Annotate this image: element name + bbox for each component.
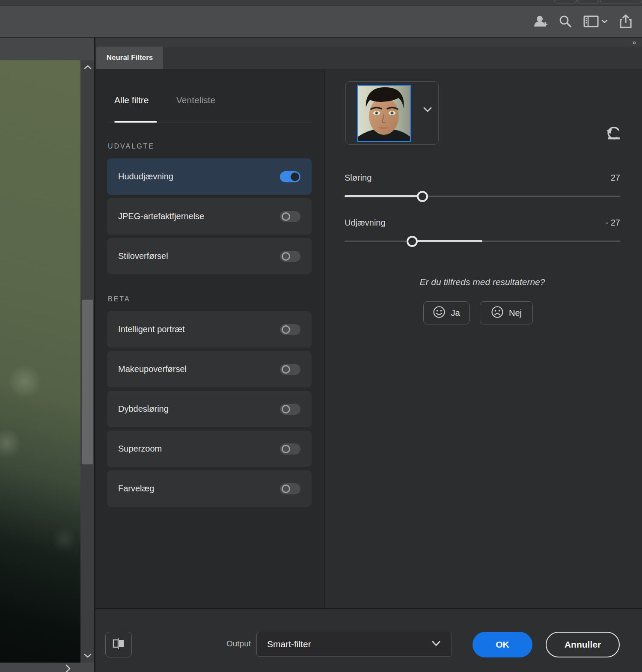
slider-smoothness: Udjævning - 27	[345, 218, 620, 247]
share-icon	[619, 14, 633, 29]
toggle-knob	[282, 405, 290, 413]
slider-knob[interactable]	[407, 236, 418, 247]
slider-label: Sløring	[345, 173, 372, 183]
toggle-knob	[282, 212, 290, 221]
filter-label: Stiloverførsel	[118, 251, 168, 261]
smiley-happy-icon	[433, 306, 446, 321]
scroll-down-icon[interactable]	[80, 652, 95, 660]
before-after-compare-button[interactable]	[105, 632, 132, 657]
workspace-switcher-icon	[583, 15, 599, 27]
filter-label: JPEG-artefaktfjernelse	[118, 211, 204, 221]
document-area-header	[0, 38, 95, 60]
toggle-knob	[282, 252, 290, 261]
search-icon	[559, 15, 572, 28]
toggle-knob	[282, 485, 290, 493]
workspace-switcher-button[interactable]	[583, 15, 608, 27]
filter-row-jpeg-artifacts[interactable]: JPEG-artefaktfjernelse	[107, 198, 312, 235]
toggle-knob	[282, 365, 290, 374]
slider-value: - 27	[606, 218, 620, 228]
portrait-thumbnail[interactable]	[357, 85, 411, 142]
scrollbar-thumb[interactable]	[82, 300, 93, 464]
dialog-tab-strip: »	[95, 38, 642, 47]
toggle-knob	[282, 325, 290, 334]
filter-row-makeup-transfer[interactable]: Makeupoverførsel	[107, 351, 312, 387]
chevron-down-icon	[601, 19, 608, 24]
filter-row-style-transfer[interactable]: Stiloverførsel	[107, 238, 312, 274]
filter-settings-panel: Sløring 27 Udjævning - 27 Er du tilfreds…	[325, 69, 642, 608]
slider-label: Udjævning	[345, 218, 386, 228]
share-button[interactable]	[619, 14, 633, 29]
tab-all-filters[interactable]: Alle filtre	[114, 95, 149, 105]
dialog-tab-row: Neural Filters	[95, 47, 642, 69]
output-dropdown-value: Smart-filter	[267, 639, 431, 649]
feedback-question: Er du tilfreds med resultaterne?	[345, 277, 620, 287]
toggle-makeup-transfer[interactable]	[280, 364, 300, 375]
filter-label: Superzoom	[118, 444, 162, 454]
document-canvas-image	[0, 60, 80, 663]
thumbnail-expand-chevron-icon[interactable]	[423, 107, 432, 114]
toggle-knob	[282, 445, 290, 453]
section-title-beta: BETA	[108, 295, 131, 303]
tab-waitlist[interactable]: Venteliste	[176, 95, 215, 105]
smiley-sad-icon	[491, 306, 504, 321]
filter-row-superzoom[interactable]: Superzoom	[107, 431, 312, 467]
scroll-right-icon[interactable]	[65, 664, 71, 672]
filter-label: Hududjævning	[118, 172, 173, 181]
feedback-no-button[interactable]: Nej	[480, 301, 533, 324]
toggle-skin-smoothing[interactable]	[280, 171, 300, 182]
filter-row-colorize[interactable]: Farvelæg	[107, 470, 312, 507]
canvas-bottom-bar	[0, 663, 95, 672]
filter-row-skin-smoothing[interactable]: Hududjævning	[107, 158, 312, 195]
add-account-button[interactable]	[533, 14, 547, 29]
background-tab-ghost	[600, 0, 642, 3]
reset-filter-icon[interactable]	[605, 123, 624, 142]
slider-knob[interactable]	[417, 191, 428, 202]
ok-button[interactable]: OK	[473, 632, 532, 657]
feedback-yes-button[interactable]: Ja	[423, 301, 470, 324]
toggle-knob	[291, 172, 299, 181]
split-view-icon	[112, 637, 125, 652]
section-title-featured: UDVALGTE	[108, 143, 155, 150]
toggle-smart-portrait[interactable]	[280, 324, 300, 335]
toggle-style-transfer[interactable]	[280, 251, 300, 262]
scroll-up-icon[interactable]	[80, 64, 95, 71]
preview-thumbnail-box[interactable]	[345, 81, 439, 145]
filter-row-depth-blur[interactable]: Dybdesløring	[107, 391, 312, 427]
panel-overflow-chevron[interactable]: »	[633, 39, 636, 46]
toggle-depth-blur[interactable]	[280, 404, 300, 415]
canvas-vertical-scrollbar[interactable]	[80, 60, 95, 663]
window-top-strip	[0, 0, 642, 6]
dialog-title: Neural Filters	[107, 54, 153, 62]
toggle-jpeg-artifacts[interactable]	[280, 211, 300, 222]
dialog-footer: Output Smart-filter OK Annuller	[95, 608, 642, 672]
feedback-no-label: Nej	[509, 308, 522, 318]
toggle-colorize[interactable]	[280, 483, 300, 494]
background-tab-ghost	[577, 0, 599, 3]
slider-blur: Sløring 27	[345, 173, 620, 202]
output-label: Output	[195, 639, 251, 648]
toggle-superzoom[interactable]	[280, 443, 300, 455]
tab-neural-filters[interactable]: Neural Filters	[96, 47, 163, 69]
filter-label: Dybdesløring	[118, 404, 169, 414]
filter-row-smart-portrait[interactable]: Intelligent portræt	[107, 311, 312, 348]
slider-track-fill	[345, 195, 422, 197]
filter-label: Intelligent portræt	[118, 324, 185, 334]
app-toolbar	[0, 6, 642, 38]
neural-filters-dialog: » Neural Filters Alle filtre Venteliste …	[95, 38, 642, 672]
cancel-button[interactable]: Annuller	[546, 632, 620, 657]
slider-track[interactable]	[345, 236, 620, 247]
background-tab-ghost	[554, 0, 577, 3]
feedback-yes-label: Ja	[451, 308, 460, 318]
slider-value: 27	[611, 173, 620, 183]
filter-list-panel: Alle filtre Venteliste UDVALGTE Hududjæv…	[95, 69, 324, 608]
ok-button-label: OK	[496, 639, 509, 650]
search-button[interactable]	[559, 15, 572, 28]
chevron-down-icon	[431, 640, 441, 648]
tab-underline-track	[107, 122, 312, 122]
cancel-button-label: Annuller	[565, 639, 601, 650]
add-account-icon	[533, 14, 547, 29]
slider-track[interactable]	[345, 191, 620, 202]
filter-label: Makeupoverførsel	[118, 364, 187, 374]
filter-label: Farvelæg	[118, 484, 154, 494]
output-dropdown[interactable]: Smart-filter	[256, 632, 452, 657]
